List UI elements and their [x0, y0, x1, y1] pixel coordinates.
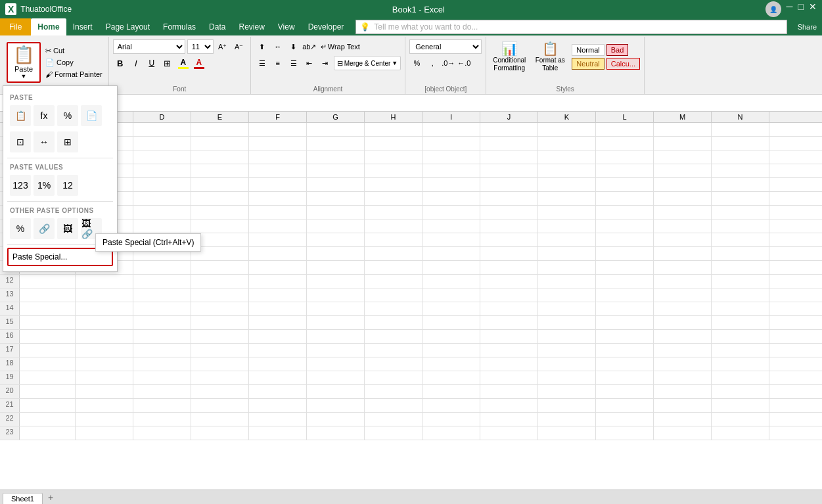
- grid-cell[interactable]: [307, 385, 365, 398]
- grid-cell[interactable]: [712, 426, 769, 440]
- grid-cell[interactable]: [365, 247, 422, 260]
- grid-cell[interactable]: [480, 288, 538, 302]
- grid-cell[interactable]: [365, 275, 422, 288]
- other-paste-btn1[interactable]: %: [10, 218, 31, 239]
- grid-cell[interactable]: [365, 316, 422, 329]
- col-header-g[interactable]: G: [307, 112, 365, 122]
- grid-cell[interactable]: [422, 275, 480, 288]
- grid-cell[interactable]: [249, 247, 307, 260]
- add-sheet-btn[interactable]: +: [43, 491, 58, 504]
- grid-cell[interactable]: [596, 413, 654, 426]
- grid-cell[interactable]: [538, 288, 596, 302]
- grid-cell[interactable]: [538, 399, 596, 412]
- grid-cell[interactable]: [249, 399, 307, 412]
- grid-cell[interactable]: [712, 137, 769, 150]
- grid-cell[interactable]: [538, 413, 596, 426]
- grid-cell[interactable]: [249, 275, 307, 288]
- grid-cell[interactable]: [307, 399, 365, 412]
- grid-cell[interactable]: [480, 302, 538, 315]
- fill-color-button[interactable]: A: [176, 58, 191, 69]
- percent-button[interactable]: %: [409, 56, 424, 70]
- grid-cell[interactable]: [422, 137, 480, 150]
- grid-cell[interactable]: [76, 344, 133, 357]
- grid-cell[interactable]: [712, 371, 769, 384]
- grid-cell[interactable]: [133, 316, 191, 329]
- grid-cell[interactable]: [307, 123, 365, 136]
- grid-cell[interactable]: [654, 413, 712, 426]
- grid-cell[interactable]: [480, 192, 538, 205]
- menu-page-layout[interactable]: Page Layout: [99, 18, 156, 35]
- grid-cell[interactable]: [596, 164, 654, 177]
- grid-cell[interactable]: [20, 357, 76, 371]
- search-bar[interactable]: 💡 Tell me what you want to do...: [355, 20, 787, 34]
- grid-cell[interactable]: [249, 316, 307, 329]
- grid-cell[interactable]: [307, 330, 365, 343]
- grid-cell[interactable]: [249, 164, 307, 177]
- grid-cell[interactable]: [191, 316, 249, 329]
- grid-cell[interactable]: [712, 261, 769, 274]
- grid-cell[interactable]: [307, 288, 365, 302]
- maximize-btn[interactable]: □: [798, 1, 804, 17]
- grid-cell[interactable]: [422, 192, 480, 205]
- grid-cell[interactable]: [307, 192, 365, 205]
- grid-cell[interactable]: [365, 192, 422, 205]
- grid-cell[interactable]: [191, 137, 249, 150]
- grid-cell[interactable]: [249, 137, 307, 150]
- col-header-n[interactable]: N: [712, 112, 769, 122]
- grid-cell[interactable]: [422, 385, 480, 398]
- bad-style-button[interactable]: Bad: [606, 44, 629, 56]
- paste-values-btn2[interactable]: 1%: [34, 175, 55, 196]
- grid-cell[interactable]: [307, 413, 365, 426]
- grid-cell[interactable]: [422, 247, 480, 260]
- grid-cell[interactable]: [596, 302, 654, 315]
- grid-cell[interactable]: [480, 219, 538, 233]
- grid-cell[interactable]: [20, 302, 76, 315]
- grid-cell[interactable]: [538, 275, 596, 288]
- grid-cell[interactable]: [422, 371, 480, 384]
- grid-cell[interactable]: [365, 206, 422, 219]
- increase-font-size-button[interactable]: A⁺: [216, 39, 230, 54]
- grid-cell[interactable]: [596, 288, 654, 302]
- paste-values-btn1[interactable]: 123: [10, 175, 31, 196]
- grid-cell[interactable]: [654, 137, 712, 150]
- grid-cell[interactable]: [422, 164, 480, 177]
- paste-icon-btn5[interactable]: ⊡: [10, 131, 31, 152]
- grid-cell[interactable]: [538, 233, 596, 246]
- menu-home[interactable]: Home: [31, 18, 66, 35]
- grid-cell[interactable]: [249, 233, 307, 246]
- grid-cell[interactable]: [654, 371, 712, 384]
- grid-cell[interactable]: [480, 247, 538, 260]
- grid-cell[interactable]: [249, 413, 307, 426]
- grid-cell[interactable]: [191, 123, 249, 136]
- grid-cell[interactable]: [422, 206, 480, 219]
- grid-cell[interactable]: [365, 385, 422, 398]
- grid-cell[interactable]: [422, 357, 480, 371]
- merge-center-button[interactable]: ⊟ Merge & Center ▼: [334, 56, 401, 70]
- formula-input[interactable]: [78, 99, 819, 108]
- grid-cell[interactable]: [191, 164, 249, 177]
- format-as-table-button[interactable]: 📋 Format as Table: [531, 39, 569, 74]
- grid-cell[interactable]: [365, 178, 422, 191]
- grid-cell[interactable]: [133, 399, 191, 412]
- grid-cell[interactable]: [480, 275, 538, 288]
- grid-cell[interactable]: [596, 261, 654, 274]
- align-right-button[interactable]: ☰: [286, 56, 301, 70]
- font-name-select[interactable]: Arial: [113, 39, 185, 54]
- grid-cell[interactable]: [654, 206, 712, 219]
- grid-cell[interactable]: [133, 150, 191, 164]
- col-header-f[interactable]: F: [249, 112, 307, 122]
- menu-review[interactable]: Review: [232, 18, 271, 35]
- col-header-h[interactable]: H: [365, 112, 422, 122]
- grid-cell[interactable]: [307, 316, 365, 329]
- italic-button[interactable]: I: [129, 56, 143, 70]
- grid-cell[interactable]: [307, 371, 365, 384]
- grid-cell[interactable]: [191, 206, 249, 219]
- grid-cell[interactable]: [307, 344, 365, 357]
- grid-cell[interactable]: [133, 206, 191, 219]
- copy-button[interactable]: 📄 Copy: [43, 57, 104, 68]
- grid-cell[interactable]: [538, 330, 596, 343]
- grid-cell[interactable]: [133, 261, 191, 274]
- grid-cell[interactable]: [480, 316, 538, 329]
- grid-cell[interactable]: [249, 385, 307, 398]
- grid-cell[interactable]: [249, 426, 307, 440]
